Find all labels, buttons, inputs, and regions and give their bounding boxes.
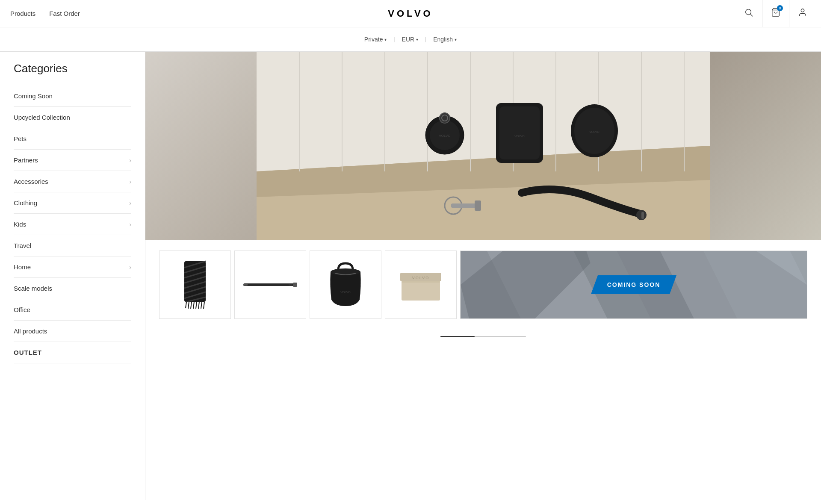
svg-rect-31 bbox=[475, 200, 481, 211]
sidebar-item-label: Kids bbox=[14, 221, 26, 228]
hero-product-image: VOLVO VOLVO VOLVO bbox=[145, 52, 821, 240]
main-content: VOLVO VOLVO VOLVO bbox=[145, 52, 821, 500]
svg-text:VOLVO: VOLVO bbox=[340, 291, 351, 294]
product-thumbnail-scarf[interactable] bbox=[159, 251, 231, 319]
separator-1: | bbox=[393, 36, 395, 42]
svg-rect-54 bbox=[289, 284, 292, 286]
svg-line-1 bbox=[750, 14, 753, 16]
scroll-bar-progress bbox=[440, 336, 475, 337]
svg-line-47 bbox=[196, 302, 197, 309]
sidebar-item-travel[interactable]: Travel bbox=[14, 235, 131, 256]
sidebar-item-office[interactable]: Office bbox=[14, 299, 131, 321]
coming-soon-banner: COMING SOON bbox=[591, 275, 676, 294]
sidebar-item-label: Office bbox=[14, 306, 30, 313]
account-button[interactable] bbox=[794, 4, 811, 23]
header-left-nav: Products Fast Order bbox=[10, 10, 80, 17]
header-right-actions: 0 bbox=[741, 0, 811, 27]
cart-badge: 0 bbox=[777, 5, 783, 11]
chevron-right-icon: › bbox=[129, 200, 131, 206]
chevron-right-icon: › bbox=[129, 221, 131, 228]
svg-text:VOLVO: VOLVO bbox=[514, 135, 525, 138]
sub-header: Private ▾ | EUR ▾ | English ▾ bbox=[0, 27, 821, 52]
sidebar-item-label: Partners bbox=[14, 156, 38, 164]
svg-text:VOLVO: VOLVO bbox=[412, 276, 429, 280]
sidebar-item-label: Accessories bbox=[14, 178, 48, 185]
scroll-indicator bbox=[145, 329, 821, 341]
language-chevron-icon: ▾ bbox=[455, 37, 457, 42]
scarf-image bbox=[167, 258, 224, 312]
svg-line-44 bbox=[188, 302, 189, 309]
sidebar: Categories Coming Soon Upcycled Collecti… bbox=[0, 52, 145, 500]
hero-banner: VOLVO VOLVO VOLVO bbox=[145, 52, 821, 240]
products-nav-link[interactable]: Products bbox=[10, 10, 35, 17]
pen-image bbox=[242, 258, 299, 312]
svg-rect-30 bbox=[451, 203, 477, 208]
private-label: Private bbox=[364, 36, 383, 43]
product-thumbnail-pen[interactable] bbox=[234, 251, 306, 319]
svg-line-48 bbox=[198, 302, 199, 309]
svg-rect-53 bbox=[243, 284, 248, 286]
thumbnails-row: VOLVO VOLVO bbox=[145, 240, 821, 329]
svg-rect-51 bbox=[243, 283, 295, 286]
svg-line-43 bbox=[186, 302, 186, 308]
sidebar-item-outlet[interactable]: OUTLET bbox=[14, 342, 131, 363]
sidebar-item-coming-soon[interactable]: Coming Soon bbox=[14, 85, 131, 107]
chevron-right-icon: › bbox=[129, 264, 131, 271]
private-chevron-icon: ▾ bbox=[384, 37, 387, 42]
svg-rect-60 bbox=[402, 281, 440, 283]
private-selector[interactable]: Private ▾ bbox=[361, 34, 390, 44]
fast-order-nav-link[interactable]: Fast Order bbox=[49, 10, 80, 17]
sidebar-item-home[interactable]: Home › bbox=[14, 256, 131, 278]
sidebar-item-label: Home bbox=[14, 263, 31, 271]
sidebar-item-upcycled[interactable]: Upcycled Collection bbox=[14, 107, 131, 128]
sidebar-item-kids[interactable]: Kids › bbox=[14, 214, 131, 235]
sidebar-item-scale-models[interactable]: Scale models bbox=[14, 278, 131, 299]
sidebar-item-all-products[interactable]: All products bbox=[14, 321, 131, 342]
main-layout: Categories Coming Soon Upcycled Collecti… bbox=[0, 52, 821, 500]
sidebar-item-accessories[interactable]: Accessories › bbox=[14, 171, 131, 192]
svg-text:VOLVO: VOLVO bbox=[439, 134, 451, 138]
bag-image: VOLVO bbox=[317, 258, 374, 312]
separator-2: | bbox=[425, 36, 426, 42]
search-button[interactable] bbox=[741, 4, 757, 23]
sidebar-outlet-label: OUTLET bbox=[14, 349, 42, 356]
sidebar-item-label: Travel bbox=[14, 242, 31, 249]
header-divider-2 bbox=[789, 0, 789, 27]
sidebar-item-label: Pets bbox=[14, 135, 27, 142]
cart-button[interactable]: 0 bbox=[768, 4, 784, 23]
language-label: English bbox=[433, 36, 453, 43]
svg-rect-52 bbox=[293, 283, 297, 287]
sidebar-item-label: All products bbox=[14, 327, 47, 335]
currency-selector[interactable]: EUR ▾ bbox=[399, 34, 422, 44]
coming-soon-card[interactable]: COMING SOON bbox=[460, 251, 807, 319]
product-thumbnail-bag[interactable]: VOLVO bbox=[310, 251, 381, 319]
sidebar-title: Categories bbox=[14, 62, 131, 75]
svg-point-21 bbox=[440, 113, 450, 123]
product-thumbnail-box[interactable]: VOLVO bbox=[385, 251, 457, 319]
chevron-right-icon: › bbox=[129, 157, 131, 164]
sidebar-item-label: Coming Soon bbox=[14, 92, 53, 100]
site-logo[interactable]: VOLVO bbox=[388, 8, 433, 19]
language-selector[interactable]: English ▾ bbox=[430, 34, 460, 44]
sidebar-item-label: Scale models bbox=[14, 285, 52, 292]
svg-line-45 bbox=[191, 302, 192, 309]
header-divider-1 bbox=[762, 0, 762, 27]
sidebar-item-label: Upcycled Collection bbox=[14, 114, 70, 121]
svg-line-46 bbox=[193, 302, 194, 309]
header: Products Fast Order VOLVO 0 bbox=[0, 0, 821, 27]
currency-label: EUR bbox=[402, 36, 415, 43]
chevron-right-icon: › bbox=[129, 178, 131, 185]
svg-point-0 bbox=[746, 9, 751, 15]
svg-rect-33 bbox=[641, 212, 644, 219]
svg-line-49 bbox=[201, 302, 202, 309]
svg-point-3 bbox=[801, 9, 804, 12]
scroll-bar bbox=[440, 336, 526, 337]
sidebar-item-clothing[interactable]: Clothing › bbox=[14, 192, 131, 214]
sidebar-item-pets[interactable]: Pets bbox=[14, 128, 131, 150]
sidebar-item-label: Clothing bbox=[14, 199, 37, 206]
svg-rect-24 bbox=[499, 106, 540, 159]
box-image: VOLVO bbox=[393, 258, 449, 312]
sidebar-item-partners[interactable]: Partners › bbox=[14, 150, 131, 171]
svg-text:VOLVO: VOLVO bbox=[589, 130, 600, 133]
currency-chevron-icon: ▾ bbox=[416, 37, 418, 42]
